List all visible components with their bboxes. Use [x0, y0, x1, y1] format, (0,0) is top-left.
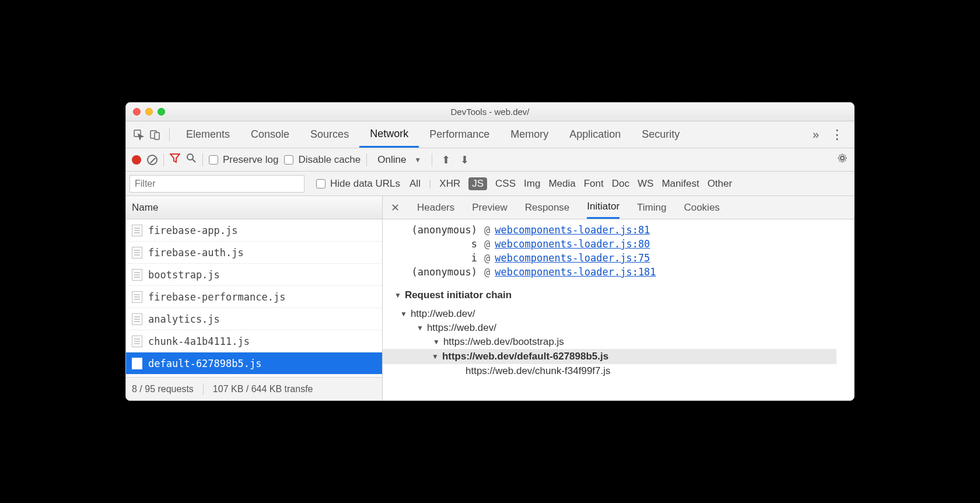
divider	[432, 153, 432, 166]
chain-node[interactable]: ▼https://web.dev/default-627898b5.js	[383, 349, 836, 364]
detail-tab-timing[interactable]: Timing	[637, 196, 666, 219]
svg-point-3	[187, 154, 193, 160]
chain-node[interactable]: ▼https://web.dev/	[400, 321, 854, 335]
disable-cache-label: Disable cache	[298, 154, 360, 166]
svg-rect-2	[155, 132, 159, 139]
close-details-button[interactable]: ✕	[391, 201, 400, 214]
checkbox-icon	[316, 179, 326, 188]
import-export: ⬆ ⬇	[438, 153, 473, 166]
filter-type-manifest[interactable]: Manifest	[662, 178, 699, 190]
tab-application[interactable]: Application	[559, 121, 631, 148]
request-row[interactable]: chunk-4a1b4111.js	[126, 330, 382, 352]
stack-function: i	[383, 252, 482, 264]
throttling-select[interactable]: Online ▼	[373, 154, 426, 166]
file-icon	[132, 269, 142, 281]
stack-frame: i@webcomponents-loader.js:75	[383, 251, 854, 265]
stack-function: s	[383, 238, 482, 250]
request-name: default-627898b5.js	[148, 358, 261, 369]
initiator-chain-header[interactable]: ▼ Request initiator chain	[383, 285, 854, 306]
call-stack: (anonymous)@webcomponents-loader.js:81s@…	[383, 219, 854, 285]
filter-type-js[interactable]: JS	[468, 177, 487, 190]
hide-data-urls-checkbox[interactable]: Hide data URLs	[316, 178, 400, 190]
detail-tab-response[interactable]: Response	[525, 196, 570, 219]
stack-source-link[interactable]: webcomponents-loader.js:81	[495, 224, 650, 236]
request-row[interactable]: analytics.js	[126, 308, 382, 330]
close-window-button[interactable]	[133, 108, 141, 116]
preserve-log-checkbox[interactable]: Preserve log	[209, 154, 278, 166]
divider	[366, 153, 367, 166]
divider	[163, 153, 164, 166]
status-bar: 8 / 95 requests 107 KB / 644 KB transfe	[126, 377, 382, 400]
tab-security[interactable]: Security	[631, 121, 690, 148]
status-transfer: 107 KB / 644 KB transfe	[213, 384, 313, 394]
maximize-window-button[interactable]	[158, 108, 165, 116]
filter-bar: Hide data URLs All|XHRJSCSSImgMediaFontD…	[126, 172, 854, 196]
request-name: firebase-app.js	[148, 225, 238, 236]
more-tabs-button[interactable]: »	[807, 128, 825, 141]
devtools-window: DevTools - web.dev/ ElementsConsoleSourc…	[125, 102, 855, 401]
tab-network[interactable]: Network	[359, 121, 419, 148]
tab-performance[interactable]: Performance	[419, 121, 500, 148]
stack-frame: (anonymous)@webcomponents-loader.js:81	[383, 223, 854, 237]
record-button[interactable]	[132, 155, 141, 165]
disable-cache-checkbox[interactable]: Disable cache	[284, 154, 360, 166]
clear-button[interactable]	[147, 155, 158, 165]
request-row[interactable]: default-627898b5.js	[126, 352, 382, 375]
hide-data-urls-label: Hide data URLs	[330, 178, 400, 190]
stack-function: (anonymous)	[383, 266, 482, 278]
tab-elements[interactable]: Elements	[176, 121, 240, 148]
throttling-label: Online	[377, 154, 406, 166]
device-mode-icon[interactable]	[147, 127, 163, 143]
request-name: firebase-auth.js	[148, 247, 244, 259]
filter-type-font[interactable]: Font	[584, 178, 604, 190]
filter-type-css[interactable]: CSS	[495, 178, 516, 190]
at-symbol: @	[482, 266, 495, 278]
search-icon[interactable]	[186, 153, 197, 166]
request-list: firebase-app.jsfirebase-auth.jsbootstrap…	[126, 219, 382, 377]
divider	[203, 383, 204, 395]
detail-tab-headers[interactable]: Headers	[417, 196, 454, 219]
filter-toggle-icon[interactable]	[170, 153, 180, 166]
download-har-icon[interactable]: ⬇	[457, 154, 473, 166]
tab-console[interactable]: Console	[240, 121, 300, 148]
at-symbol: @	[482, 224, 495, 236]
filter-type-img[interactable]: Img	[524, 178, 540, 190]
stack-source-link[interactable]: webcomponents-loader.js:75	[495, 252, 650, 264]
filter-type-ws[interactable]: WS	[638, 178, 653, 190]
request-row[interactable]: firebase-auth.js	[126, 242, 382, 264]
chain-node[interactable]: ▼https://web.dev/bootstrap.js	[400, 335, 854, 349]
detail-tab-initiator[interactable]: Initiator	[587, 196, 620, 219]
chain-url: https://web.dev/bootstrap.js	[443, 336, 564, 348]
detail-tab-preview[interactable]: Preview	[472, 196, 507, 219]
inspect-element-icon[interactable]	[131, 127, 147, 143]
filter-input[interactable]	[130, 175, 304, 193]
tab-memory[interactable]: Memory	[500, 121, 559, 148]
collapse-triangle-icon: ▼	[416, 324, 424, 332]
request-row[interactable]: firebase-performance.js	[126, 286, 382, 308]
settings-gear-icon[interactable]	[836, 152, 848, 167]
status-requests: 8 / 95 requests	[132, 384, 194, 394]
filter-type-all[interactable]: All	[410, 178, 421, 190]
upload-har-icon[interactable]: ⬆	[438, 154, 454, 166]
stack-source-link[interactable]: webcomponents-loader.js:80	[495, 238, 650, 250]
request-row[interactable]: firebase-app.js	[126, 219, 382, 242]
traffic-lights	[133, 108, 165, 116]
divider	[202, 153, 203, 166]
filter-type-media[interactable]: Media	[548, 178, 575, 190]
detail-tabs: ✕ HeadersPreviewResponseInitiatorTimingC…	[383, 196, 854, 219]
tab-sources[interactable]: Sources	[300, 121, 359, 148]
chain-node[interactable]: ▼http://web.dev/	[400, 307, 854, 321]
chain-node[interactable]: https://web.dev/chunk-f34f99f7.js	[400, 364, 854, 378]
menu-kebab-icon[interactable]: ⋮	[825, 127, 849, 142]
request-row[interactable]: bootstrap.js	[126, 264, 382, 286]
request-list-header[interactable]: Name	[126, 196, 382, 219]
filter-type-xhr[interactable]: XHR	[439, 178, 460, 190]
detail-tab-cookies[interactable]: Cookies	[684, 196, 719, 219]
filter-type-doc[interactable]: Doc	[612, 178, 629, 190]
minimize-window-button[interactable]	[145, 108, 153, 116]
request-name: analytics.js	[148, 313, 220, 325]
at-symbol: @	[482, 238, 495, 250]
file-icon	[132, 358, 142, 369]
filter-type-other[interactable]: Other	[708, 178, 733, 190]
stack-source-link[interactable]: webcomponents-loader.js:181	[495, 266, 656, 278]
